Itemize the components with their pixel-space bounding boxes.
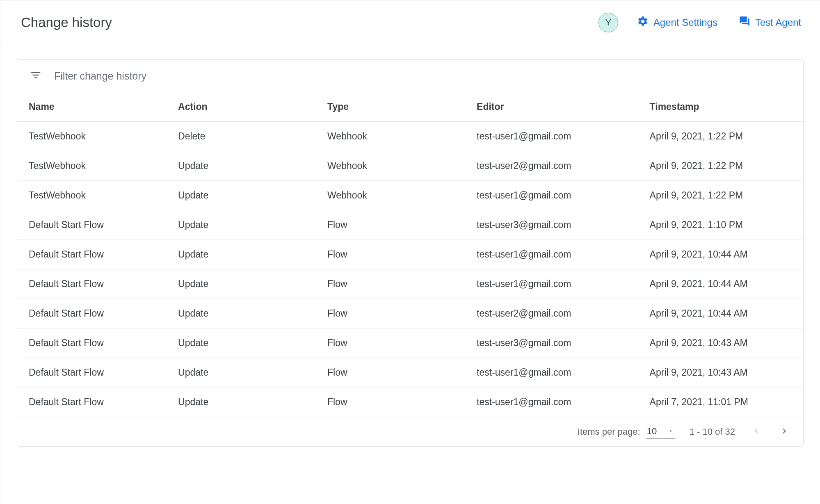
cell-timestamp: April 9, 2021, 10:43 AM — [638, 358, 803, 388]
column-header-type[interactable]: Type — [316, 92, 465, 122]
table-row[interactable]: Default Start FlowUpdateFlowtest-user1@g… — [17, 269, 803, 299]
cell-name: TestWebhook — [17, 181, 167, 210]
cell-name: TestWebhook — [17, 122, 167, 151]
filter-input[interactable] — [53, 70, 791, 82]
cell-name: Default Start Flow — [17, 388, 167, 417]
cell-type: Webhook — [316, 122, 465, 151]
cell-name: Default Start Flow — [17, 240, 167, 269]
cell-editor: test-user1@gmail.com — [465, 269, 638, 299]
cell-type: Flow — [316, 240, 465, 269]
cell-type: Webhook — [316, 181, 465, 210]
previous-page-button[interactable] — [750, 424, 763, 439]
cell-timestamp: April 9, 2021, 10:43 AM — [638, 328, 803, 358]
cell-name: Default Start Flow — [17, 358, 167, 388]
cell-name: Default Start Flow — [17, 299, 167, 328]
cell-type: Flow — [316, 269, 465, 299]
cell-timestamp: April 9, 2021, 10:44 AM — [638, 269, 803, 299]
table-row[interactable]: Default Start FlowUpdateFlowtest-user1@g… — [17, 240, 803, 269]
column-header-name[interactable]: Name — [17, 92, 167, 122]
avatar-initial: Y — [605, 17, 611, 28]
header-actions: Y Agent Settings Test Agent — [598, 13, 804, 32]
cell-action: Update — [167, 269, 316, 299]
column-header-timestamp[interactable]: Timestamp — [638, 92, 803, 122]
cell-action: Update — [167, 181, 316, 210]
agent-settings-button[interactable]: Agent Settings — [635, 15, 720, 30]
cell-action: Update — [167, 240, 316, 269]
cell-action: Update — [167, 210, 316, 240]
cell-type: Flow — [316, 299, 465, 328]
cell-timestamp: April 7, 2021, 11:01 PM — [638, 388, 803, 417]
items-per-page-value: 10 — [647, 426, 657, 437]
change-history-table-card: Name Action Type Editor Timestamp TestWe… — [17, 59, 804, 447]
cell-timestamp: April 9, 2021, 1:22 PM — [638, 181, 803, 210]
cell-editor: test-user1@gmail.com — [465, 388, 638, 417]
column-header-editor[interactable]: Editor — [465, 92, 638, 122]
table-row[interactable]: TestWebhookDeleteWebhooktest-user1@gmail… — [17, 122, 803, 151]
cell-action: Update — [167, 358, 316, 388]
triangle-down-icon — [667, 426, 674, 437]
cell-name: Default Start Flow — [17, 210, 167, 240]
cell-action: Update — [167, 151, 316, 181]
paginator: Items per page: 10 1 - 10 of 32 — [17, 417, 803, 446]
cell-type: Flow — [316, 388, 465, 417]
items-per-page-select[interactable]: 10 — [646, 424, 675, 439]
cell-editor: test-user3@gmail.com — [465, 210, 638, 240]
avatar[interactable]: Y — [598, 13, 618, 32]
chat-icon — [739, 16, 750, 30]
cell-name: Default Start Flow — [17, 328, 167, 358]
cell-action: Update — [167, 328, 316, 358]
table-row[interactable]: Default Start FlowUpdateFlowtest-user2@g… — [17, 299, 803, 328]
table-header-row: Name Action Type Editor Timestamp — [17, 92, 803, 122]
table-row[interactable]: TestWebhookUpdateWebhooktest-user1@gmail… — [17, 181, 803, 210]
cell-timestamp: April 9, 2021, 1:22 PM — [638, 151, 803, 181]
column-header-action[interactable]: Action — [167, 92, 316, 122]
cell-editor: test-user2@gmail.com — [465, 151, 638, 181]
pagination-range: 1 - 10 of 32 — [690, 426, 735, 437]
next-page-button[interactable] — [778, 424, 791, 439]
cell-timestamp: April 9, 2021, 10:44 AM — [638, 299, 803, 328]
cell-editor: test-user1@gmail.com — [465, 358, 638, 388]
cell-action: Delete — [167, 122, 316, 151]
change-history-table: Name Action Type Editor Timestamp TestWe… — [17, 92, 803, 417]
agent-settings-label: Agent Settings — [653, 17, 717, 28]
cell-editor: test-user1@gmail.com — [465, 122, 638, 151]
items-per-page-label: Items per page: — [578, 426, 640, 437]
header-bar: Change history Y Agent Settings Test Age… — [0, 2, 820, 43]
cell-editor: test-user1@gmail.com — [465, 240, 638, 269]
cell-type: Flow — [316, 210, 465, 240]
table-row[interactable]: Default Start FlowUpdateFlowtest-user1@g… — [17, 358, 803, 388]
cell-editor: test-user1@gmail.com — [465, 181, 638, 210]
chevron-right-icon — [779, 431, 789, 437]
filter-icon[interactable] — [30, 69, 42, 83]
table-row[interactable]: Default Start FlowUpdateFlowtest-user1@g… — [17, 388, 803, 417]
test-agent-button[interactable]: Test Agent — [736, 15, 804, 30]
gear-icon — [637, 16, 649, 30]
cell-editor: test-user2@gmail.com — [465, 299, 638, 328]
cell-type: Flow — [316, 358, 465, 388]
table-row[interactable]: TestWebhookUpdateWebhooktest-user2@gmail… — [17, 151, 803, 181]
cell-action: Update — [167, 388, 316, 417]
cell-action: Update — [167, 299, 316, 328]
page-title: Change history — [21, 15, 112, 30]
cell-editor: test-user3@gmail.com — [465, 328, 638, 358]
cell-timestamp: April 9, 2021, 1:10 PM — [638, 210, 803, 240]
cell-timestamp: April 9, 2021, 10:44 AM — [638, 240, 803, 269]
cell-type: Flow — [316, 328, 465, 358]
table-row[interactable]: Default Start FlowUpdateFlowtest-user3@g… — [17, 210, 803, 240]
cell-name: Default Start Flow — [17, 269, 167, 299]
test-agent-label: Test Agent — [755, 17, 801, 28]
cell-name: TestWebhook — [17, 151, 167, 181]
cell-type: Webhook — [316, 151, 465, 181]
chevron-left-icon — [751, 431, 761, 437]
filter-row — [17, 60, 803, 92]
table-row[interactable]: Default Start FlowUpdateFlowtest-user3@g… — [17, 328, 803, 358]
cell-timestamp: April 9, 2021, 1:22 PM — [638, 122, 803, 151]
